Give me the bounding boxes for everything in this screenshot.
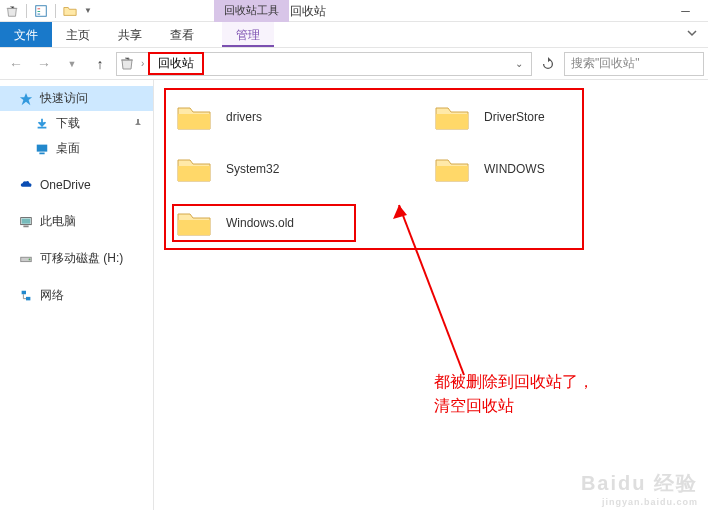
sidebar-label: 可移动磁盘 (H:) xyxy=(40,250,123,267)
folder-icon xyxy=(176,154,212,184)
folder-label: System32 xyxy=(226,162,279,176)
minimize-button[interactable]: ─ xyxy=(663,0,708,22)
sidebar-label: 下载 xyxy=(56,115,80,132)
divider xyxy=(26,4,27,18)
expand-ribbon-icon[interactable] xyxy=(676,22,708,47)
folder-icon xyxy=(434,154,470,184)
chevron-right-icon[interactable]: › xyxy=(141,58,144,69)
svg-rect-1 xyxy=(38,8,41,9)
sidebar-item-this-pc[interactable]: 此电脑 xyxy=(0,209,153,234)
watermark: Baidu 经验 jingyan.baidu.com xyxy=(581,470,698,507)
watermark-main: Baidu 经验 xyxy=(581,470,698,497)
folder-icon xyxy=(176,102,212,132)
search-input[interactable]: 搜索"回收站" xyxy=(564,52,704,76)
nav-forward-button[interactable]: → xyxy=(32,52,56,76)
content-pane: drivers DriverStore System32 WINDOWS Win… xyxy=(154,80,708,510)
folder-label: WINDOWS xyxy=(484,162,545,176)
sidebar-label: 快速访问 xyxy=(40,90,88,107)
folder-item-windows-old[interactable]: Windows.old xyxy=(172,204,356,242)
svg-line-13 xyxy=(399,205,464,375)
folder-item-driverstore[interactable]: DriverStore xyxy=(434,102,545,132)
tab-file[interactable]: 文件 xyxy=(0,22,52,47)
annotation-text: 都被删除到回收站了， 清空回收站 xyxy=(434,370,594,418)
sidebar-item-quick-access[interactable]: 快速访问 xyxy=(0,86,153,111)
svg-marker-14 xyxy=(393,205,407,219)
svg-rect-7 xyxy=(22,218,31,223)
breadcrumb-location[interactable]: 回收站 xyxy=(148,52,204,75)
ribbon-tabs: 文件 主页 共享 查看 管理 xyxy=(0,22,708,48)
folder-label: Windows.old xyxy=(226,216,294,230)
recycle-bin-icon xyxy=(119,55,137,73)
svg-rect-12 xyxy=(26,296,30,300)
divider xyxy=(55,4,56,18)
breadcrumb-dropdown-icon[interactable]: ⌄ xyxy=(509,58,529,69)
qat-dropdown-icon[interactable]: ▼ xyxy=(84,6,92,15)
svg-rect-8 xyxy=(23,225,28,227)
sidebar-item-removable[interactable]: 可移动磁盘 (H:) xyxy=(0,246,153,271)
network-icon xyxy=(18,288,34,304)
sidebar-label: 桌面 xyxy=(56,140,80,157)
sidebar-item-onedrive[interactable]: OneDrive xyxy=(0,173,153,197)
sidebar-item-network[interactable]: 网络 xyxy=(0,283,153,308)
nav-recent-dropdown[interactable]: ▼ xyxy=(60,52,84,76)
download-icon xyxy=(34,116,50,132)
star-icon xyxy=(18,91,34,107)
breadcrumb[interactable]: › 回收站 ⌄ xyxy=(116,52,532,76)
search-placeholder: 搜索"回收站" xyxy=(571,55,640,72)
folder-item-system32[interactable]: System32 xyxy=(176,154,279,184)
folder-icon xyxy=(434,102,470,132)
properties-icon[interactable] xyxy=(33,3,49,19)
sidebar-label: 网络 xyxy=(40,287,64,304)
sidebar-label: OneDrive xyxy=(40,178,91,192)
refresh-button[interactable] xyxy=(536,52,560,76)
folder-icon xyxy=(176,208,212,238)
svg-rect-2 xyxy=(38,11,41,12)
onedrive-icon xyxy=(18,177,34,193)
folder-item-windows[interactable]: WINDOWS xyxy=(434,154,545,184)
folder-label: drivers xyxy=(226,110,262,124)
tab-view[interactable]: 查看 xyxy=(156,22,208,47)
nav-up-button[interactable]: ↑ xyxy=(88,52,112,76)
watermark-sub: jingyan.baidu.com xyxy=(581,497,698,507)
pc-icon xyxy=(18,214,34,230)
svg-rect-5 xyxy=(39,152,44,154)
sidebar: 快速访问 下载 桌面 OneDrive 此电脑 可移动磁盘 (H:) xyxy=(0,80,154,510)
folder-label: DriverStore xyxy=(484,110,545,124)
annotation-arrow xyxy=(369,195,479,385)
folder-item-drivers[interactable]: drivers xyxy=(176,102,262,132)
address-bar: ← → ▼ ↑ › 回收站 ⌄ 搜索"回收站" xyxy=(0,48,708,80)
svg-rect-4 xyxy=(37,144,48,151)
window-controls: ─ xyxy=(663,0,708,22)
tab-share[interactable]: 共享 xyxy=(104,22,156,47)
annotation-line1: 都被删除到回收站了， xyxy=(434,370,594,394)
sidebar-item-desktop[interactable]: 桌面 xyxy=(0,136,153,161)
context-tab-title: 回收站工具 xyxy=(214,0,289,22)
svg-point-10 xyxy=(29,258,31,260)
svg-rect-11 xyxy=(22,290,26,294)
sidebar-item-downloads[interactable]: 下载 xyxy=(0,111,153,136)
tab-home[interactable]: 主页 xyxy=(52,22,104,47)
tab-manage[interactable]: 管理 xyxy=(222,22,274,47)
nav-back-button[interactable]: ← xyxy=(4,52,28,76)
titlebar: ▼ 回收站工具 回收站 ─ xyxy=(0,0,708,22)
drive-icon xyxy=(18,251,34,267)
recycle-bin-icon xyxy=(4,3,20,19)
svg-rect-0 xyxy=(36,5,47,16)
sidebar-label: 此电脑 xyxy=(40,213,76,230)
annotation-line2: 清空回收站 xyxy=(434,394,594,418)
desktop-icon xyxy=(34,141,50,157)
pin-icon xyxy=(133,117,143,131)
window-title: 回收站 xyxy=(290,3,326,20)
svg-rect-3 xyxy=(38,13,41,14)
main-area: 快速访问 下载 桌面 OneDrive 此电脑 可移动磁盘 (H:) xyxy=(0,80,708,510)
folder-qat-icon[interactable] xyxy=(62,3,78,19)
